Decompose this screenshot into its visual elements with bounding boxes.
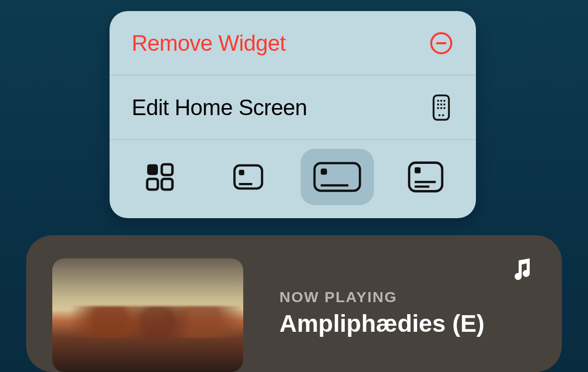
svg-point-13 <box>442 114 444 116</box>
remove-widget-label: Remove Widget <box>132 31 286 56</box>
svg-point-10 <box>440 107 442 109</box>
svg-point-3 <box>437 100 439 102</box>
edit-home-screen-item[interactable]: Edit Home Screen <box>110 75 476 140</box>
svg-rect-14 <box>147 164 158 175</box>
svg-point-11 <box>443 107 445 109</box>
size-wide-icon <box>312 161 362 193</box>
svg-point-6 <box>437 103 439 105</box>
svg-point-8 <box>443 103 445 105</box>
edit-home-screen-label: Edit Home Screen <box>132 95 307 120</box>
svg-rect-25 <box>415 167 421 173</box>
svg-point-5 <box>443 100 445 102</box>
widget-size-row <box>110 140 476 218</box>
svg-point-7 <box>440 103 442 105</box>
svg-rect-15 <box>162 164 172 175</box>
svg-point-9 <box>437 107 439 109</box>
remove-widget-item[interactable]: Remove Widget <box>110 11 476 75</box>
music-note-icon <box>510 257 534 282</box>
size-option-tall[interactable] <box>389 149 462 205</box>
apps-grid-icon <box>429 95 454 120</box>
size-option-small[interactable] <box>123 149 197 205</box>
size-medium-icon <box>233 163 264 191</box>
svg-point-4 <box>440 100 442 102</box>
minus-circle-icon <box>429 31 454 56</box>
album-art <box>52 258 243 372</box>
svg-rect-21 <box>314 163 359 191</box>
svg-rect-19 <box>239 170 245 175</box>
svg-rect-16 <box>147 179 158 190</box>
widget-context-menu: Remove Widget Edit Home Screen <box>110 11 476 218</box>
now-playing-label: NOW PLAYING <box>279 289 484 306</box>
svg-rect-22 <box>321 168 327 174</box>
track-title: Ampliphædies (E) <box>279 310 484 337</box>
music-now-playing-widget[interactable]: NOW PLAYING Ampliphædies (E) <box>26 235 562 372</box>
size-small-icon <box>145 162 174 192</box>
svg-rect-17 <box>162 179 172 190</box>
size-option-medium[interactable] <box>212 149 285 205</box>
size-tall-icon <box>407 161 444 193</box>
size-option-wide[interactable] <box>301 149 374 205</box>
svg-point-12 <box>438 114 440 116</box>
widget-text: NOW PLAYING Ampliphædies (E) <box>279 258 484 349</box>
